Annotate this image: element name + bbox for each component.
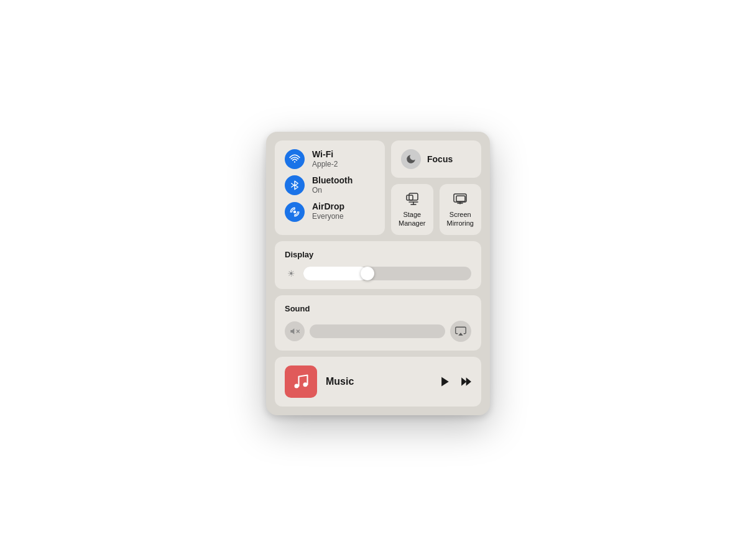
network-tile[interactable]: Wi-Fi Apple-2 Bluetooth On [275,140,385,236]
focus-tile[interactable]: Focus [391,140,481,178]
play-icon [439,375,451,388]
airdrop-text: AirDrop Everyone [312,201,344,221]
screen-mirroring-icon [453,191,468,206]
svg-rect-4 [407,195,413,200]
music-label: Music [326,376,430,387]
display-title: Display [285,250,471,259]
bluetooth-item[interactable]: Bluetooth On [285,175,375,195]
control-center: Wi-Fi Apple-2 Bluetooth On [266,132,490,416]
top-row: Wi-Fi Apple-2 Bluetooth On [275,140,481,236]
skip-forward-button[interactable] [459,375,471,388]
airdrop-icon [285,202,305,222]
brightness-fill [303,267,367,280]
play-button[interactable] [439,375,451,388]
music-section[interactable]: Music [275,357,481,407]
music-note-icon [292,373,310,390]
bluetooth-subtitle: On [312,186,353,196]
wifi-subtitle: Apple-2 [312,160,338,170]
brightness-thumb [361,267,374,280]
screen-mirroring-label: Screen Mirroring [447,210,474,228]
display-section: Display ☀ [275,241,481,289]
bluetooth-text: Bluetooth On [312,175,353,195]
bluetooth-title: Bluetooth [312,175,353,186]
svg-marker-17 [441,377,449,387]
small-tiles-row: Stage Manager Screen Mirroring [391,184,481,236]
svg-marker-19 [466,378,471,386]
wifi-icon [285,149,305,169]
music-artwork [285,365,317,398]
svg-point-16 [303,382,308,387]
svg-point-2 [293,210,297,213]
svg-marker-18 [461,378,466,386]
focus-moon-icon [401,149,421,169]
brightness-icon: ☀ [285,269,297,278]
music-controls [439,375,471,388]
airdrop-item[interactable]: AirDrop Everyone [285,201,375,221]
airplay-icon [455,326,466,337]
display-slider-row: ☀ [285,267,471,280]
svg-point-15 [295,384,299,388]
brightness-slider[interactable] [303,267,471,280]
right-column: Focus Stage Manager [391,140,481,236]
mute-icon [290,326,300,336]
skip-forward-icon [459,375,471,388]
mute-button[interactable] [285,321,305,341]
stage-manager-icon [405,191,420,206]
airplay-button[interactable] [450,321,471,342]
sound-title: Sound [285,304,471,313]
svg-rect-9 [456,196,465,201]
svg-rect-8 [454,194,466,202]
svg-marker-14 [458,333,463,336]
airdrop-subtitle: Everyone [312,212,344,222]
svg-rect-3 [409,193,418,200]
airdrop-title: AirDrop [312,201,344,212]
focus-label: Focus [427,154,453,164]
stage-manager-tile[interactable]: Stage Manager [391,184,433,236]
svg-point-0 [294,161,295,162]
screen-mirroring-tile[interactable]: Screen Mirroring [440,184,482,236]
stage-manager-label: Stage Manager [399,210,426,228]
sound-slider-row [285,321,471,342]
wifi-text: Wi-Fi Apple-2 [312,149,338,169]
wifi-item[interactable]: Wi-Fi Apple-2 [285,149,375,169]
volume-slider[interactable] [310,324,445,338]
wifi-title: Wi-Fi [312,149,338,160]
bluetooth-icon [285,175,305,195]
sound-section: Sound [275,295,481,351]
